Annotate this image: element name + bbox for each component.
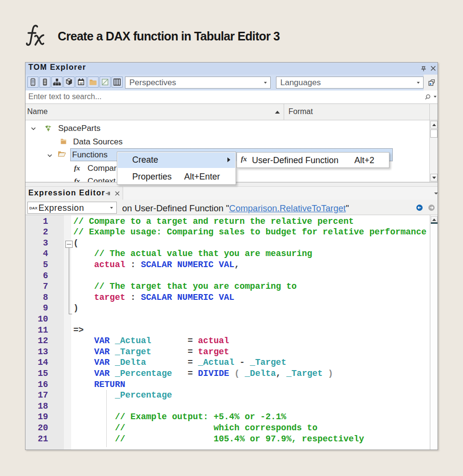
svg-text:12: 12 <box>79 82 83 85</box>
